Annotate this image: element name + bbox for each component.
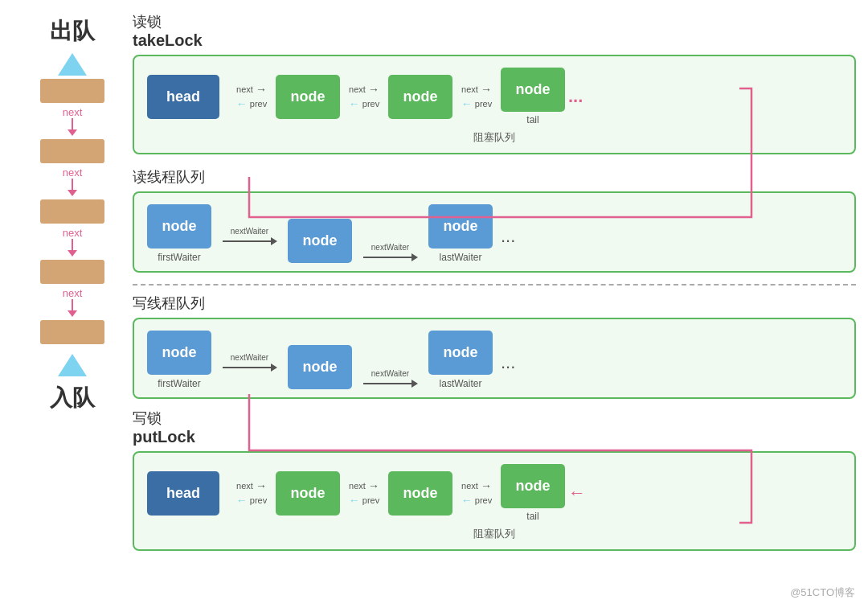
next-arrow-4: next bbox=[63, 287, 83, 317]
putlock-node3: node bbox=[501, 464, 565, 508]
reader-dots: ... bbox=[501, 226, 515, 247]
writer-lastwaiter-label: lastWaiter bbox=[440, 378, 482, 389]
putlock-queue-label: 阻塞队列 bbox=[147, 527, 841, 541]
reader-box: node firstWaiter nextWaiter bbox=[133, 191, 856, 273]
putlock-node1-col: node bbox=[276, 471, 340, 516]
takelock-title: 读锁 bbox=[133, 14, 162, 30]
putlock-node2-col: node bbox=[388, 471, 452, 516]
reader-node3-col: node lastWaiter bbox=[428, 204, 493, 263]
putlock-head-box: head bbox=[147, 471, 219, 516]
writer-node3-col: node lastWaiter bbox=[428, 331, 493, 389]
takelock-queue-label: 阻塞队列 bbox=[147, 130, 841, 145]
next-arrow-2: next bbox=[63, 166, 83, 196]
reader-node1: node bbox=[147, 204, 211, 249]
dequeue-label: 出队 bbox=[50, 16, 95, 47]
takelock-arrow-2: next → ← prev bbox=[340, 83, 388, 110]
writer-node1: node bbox=[147, 331, 211, 375]
takelock-section: 读锁 takeLock head next → bbox=[133, 12, 856, 154]
queue-block-3 bbox=[40, 199, 104, 224]
writer-dots: ... bbox=[501, 352, 515, 373]
reader-arrow2: nextWaiter bbox=[352, 243, 428, 261]
writer-node2-col: node bbox=[288, 345, 352, 389]
writer-node-row: node firstWaiter nextWaiter bbox=[147, 331, 841, 389]
reader-lastwaiter-label: lastWaiter bbox=[440, 252, 482, 263]
queue-block-1 bbox=[40, 79, 104, 103]
reader-node1-col: node firstWaiter bbox=[147, 204, 211, 263]
writer-title: 写线程队列 bbox=[133, 295, 205, 311]
putlock-node1: node bbox=[276, 471, 340, 516]
reader-section: 读线程队列 node firstWaiter nextWaiter bbox=[133, 167, 856, 273]
takelock-head-col: head bbox=[147, 75, 227, 119]
divider bbox=[133, 284, 856, 286]
takelock-box: head next → ← prev bbox=[133, 55, 856, 154]
putlock-title: 写锁 bbox=[133, 410, 162, 426]
putlock-subtitle: putLock bbox=[133, 428, 195, 446]
takelock-node3: node bbox=[501, 68, 565, 112]
reader-title: 读线程队列 bbox=[133, 169, 205, 185]
dequeue-arrow bbox=[58, 53, 87, 76]
next-arrow-1: next bbox=[63, 106, 83, 136]
putlock-node2: node bbox=[388, 471, 452, 516]
next-arrow-3: next bbox=[63, 227, 83, 257]
takelock-node1-col: node bbox=[276, 75, 340, 119]
queue-block-2 bbox=[40, 139, 104, 163]
putlock-node-row: head next → ← prev bbox=[147, 464, 841, 522]
takelock-node3-col: node tail bbox=[501, 68, 565, 125]
enqueue-arrow bbox=[58, 354, 87, 376]
diagram-container: 出队 next next next next bbox=[0, 0, 868, 608]
takelock-dots: ... bbox=[568, 86, 583, 107]
reader-node3: node bbox=[428, 204, 493, 249]
enqueue-label: 入队 bbox=[50, 383, 95, 413]
writer-section: 写线程队列 node firstWaiter nextWaiter bbox=[133, 294, 856, 399]
writer-firstwaiter-label: firstWaiter bbox=[158, 378, 201, 389]
queue-block-5 bbox=[40, 320, 104, 344]
putlock-arrow-3: next → ← prev bbox=[452, 479, 501, 507]
watermark: @51CTO博客 bbox=[790, 585, 855, 600]
putlock-pink-arrow: ← bbox=[568, 483, 586, 503]
takelock-node2-col: node bbox=[388, 75, 452, 119]
reader-node2-col: node bbox=[288, 219, 352, 263]
reader-node2: node bbox=[288, 219, 352, 263]
queue-block-4 bbox=[40, 260, 104, 284]
putlock-node3-col: node tail bbox=[501, 464, 565, 522]
takelock-node2: node bbox=[388, 75, 452, 119]
reader-node-row: node firstWaiter nextWaiter bbox=[147, 204, 841, 263]
writer-box: node firstWaiter nextWaiter bbox=[133, 318, 856, 399]
putlock-box: head next → ← prev bbox=[133, 451, 856, 551]
right-diagrams-column: 读锁 takeLock head next → bbox=[133, 12, 856, 551]
putlock-arrow-1: next → ← prev bbox=[227, 479, 276, 507]
writer-arrow1: nextWaiter bbox=[211, 353, 288, 372]
putlock-section: 写锁 putLock head next → bbox=[133, 409, 856, 551]
reader-firstwaiter-label: firstWaiter bbox=[158, 252, 201, 263]
left-queue-column: 出队 next next next next bbox=[24, 16, 121, 592]
putlock-arrow-2: next → ← prev bbox=[340, 479, 388, 507]
writer-node1-col: node firstWaiter bbox=[147, 331, 211, 389]
takelock-subtitle: takeLock bbox=[133, 31, 203, 49]
reader-arrow1: nextWaiter bbox=[211, 227, 288, 245]
writer-node2: node bbox=[288, 345, 352, 389]
takelock-tail-label: tail bbox=[526, 114, 538, 125]
putlock-head-col: head bbox=[147, 471, 227, 516]
putlock-tail-label: tail bbox=[526, 511, 538, 522]
takelock-node-row: head next → ← prev bbox=[147, 68, 841, 125]
takelock-head-box: head bbox=[147, 75, 219, 119]
takelock-arrow-1: next → ← prev bbox=[227, 83, 276, 110]
writer-node3: node bbox=[428, 331, 493, 375]
takelock-node1: node bbox=[276, 75, 340, 119]
takelock-arrow-3: next → ← prev bbox=[452, 83, 501, 110]
writer-arrow2: nextWaiter bbox=[352, 369, 428, 388]
